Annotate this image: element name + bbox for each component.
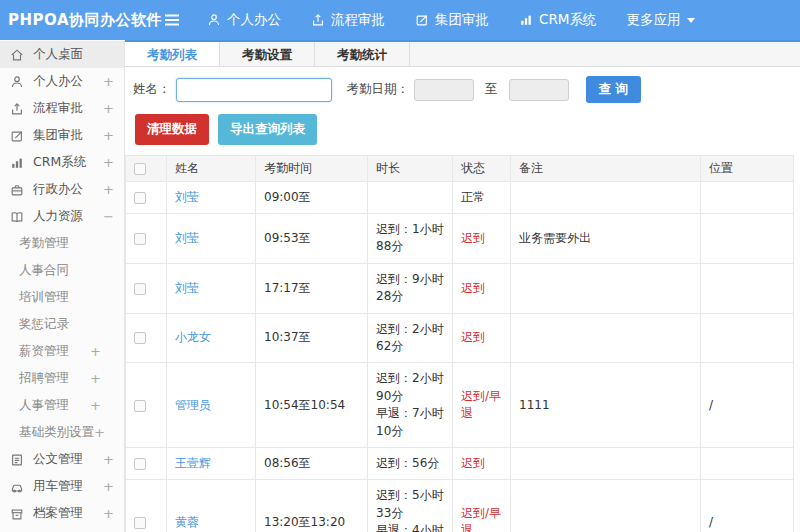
nav-item-label: 个人办公 (227, 11, 281, 29)
nav-item-personal-office[interactable]: 个人办公 (207, 11, 281, 29)
sidebar-item-personnel-contract[interactable]: 人事合同 (0, 257, 124, 284)
column-header-0: 姓名 (167, 156, 256, 182)
sidebar-item-human-resources[interactable]: 人力资源− (0, 203, 124, 230)
employee-name-link[interactable]: 黄蓉 (175, 515, 199, 529)
expand-plus-icon[interactable]: + (103, 507, 114, 520)
expand-plus-icon[interactable]: + (94, 426, 105, 439)
column-header-1: 考勤时间 (256, 156, 368, 182)
chart-icon (519, 13, 533, 27)
menu-toggle-icon[interactable] (163, 13, 181, 27)
sidebar-item-salary-management[interactable]: 薪资管理+ (0, 338, 124, 365)
sidebar-item-document-management[interactable]: 公文管理+ (0, 446, 124, 473)
status-text: 迟到/早退 (461, 389, 501, 420)
sidebar-item-basic-category-settings[interactable]: 基础类别设置+ (0, 419, 124, 446)
table-row: 小龙女10:37至迟到：2小时62分迟到 (126, 313, 794, 363)
sidebar-item-training-management[interactable]: 培训管理 (0, 284, 124, 311)
sidebar-item-attendance-management[interactable]: 考勤管理 (0, 230, 124, 257)
date-label: 考勤日期： (347, 81, 410, 98)
tab-attendance-list[interactable]: 考勤列表 (125, 42, 220, 66)
sidebar-item-archive-management[interactable]: 档案管理+ (0, 500, 124, 527)
nav-item-more-apps[interactable]: 更多应用 (626, 11, 696, 29)
note-cell (511, 182, 701, 214)
sidebar-item-label: 公文管理 (33, 451, 103, 468)
expand-plus-icon[interactable]: + (90, 399, 101, 412)
employee-name-link[interactable]: 刘莹 (175, 281, 199, 295)
location-cell (701, 313, 794, 363)
table-row: 王壹辉08:56至迟到：56分迟到 (126, 447, 794, 479)
employee-name-link[interactable]: 管理员 (175, 398, 211, 412)
nav-item-crm-system[interactable]: CRM系统 (519, 11, 596, 29)
sidebar-item-admin-office[interactable]: 行政办公+ (0, 176, 124, 203)
main-layout: 个人桌面个人办公+流程审批+集团审批+CRM系统+行政办公+人力资源−考勤管理人… (0, 40, 800, 532)
name-input[interactable] (176, 78, 332, 102)
late-duration-text: 迟到：2小时90分 (376, 370, 444, 405)
sidebar-item-crm-system[interactable]: CRM系统+ (0, 149, 124, 176)
expand-plus-icon[interactable]: + (103, 480, 114, 493)
row-checkbox[interactable] (134, 458, 146, 470)
name-label: 姓名： (133, 81, 171, 98)
row-checkbox[interactable] (134, 332, 146, 344)
row-checkbox[interactable] (134, 517, 146, 529)
sidebar-item-recruitment-management[interactable]: 招聘管理+ (0, 365, 124, 392)
expand-plus-icon[interactable]: + (103, 156, 114, 169)
row-checkbox[interactable] (134, 192, 146, 204)
tab-attendance-statistics[interactable]: 考勤统计 (315, 42, 410, 66)
row-checkbox[interactable] (134, 233, 146, 245)
date-to-input[interactable] (509, 79, 569, 101)
attendance-time-cell: 10:54至10:54 (256, 363, 368, 448)
row-checkbox[interactable] (134, 400, 146, 412)
sidebar-item-group-approval[interactable]: 集团审批+ (0, 122, 124, 149)
table-header-row: 姓名考勤时间时长状态备注位置 (126, 156, 794, 182)
row-checkbox-cell (126, 214, 167, 264)
date-from-input[interactable] (414, 79, 474, 101)
expand-plus-icon[interactable]: + (90, 345, 101, 358)
note-cell (511, 313, 701, 363)
row-checkbox-cell (126, 182, 167, 214)
nav-item-group-approval[interactable]: 集团审批 (415, 11, 489, 29)
row-checkbox[interactable] (134, 283, 146, 295)
note-cell (511, 263, 701, 313)
caret-down-icon (686, 16, 696, 24)
sidebar-item-personnel-management[interactable]: 人事管理+ (0, 392, 124, 419)
sidebar-item-label: 用车管理 (33, 478, 103, 495)
employee-name-link[interactable]: 小龙女 (175, 330, 211, 344)
upload-icon (311, 13, 325, 27)
expand-plus-icon[interactable]: + (103, 129, 114, 142)
employee-name-link[interactable]: 刘莹 (175, 231, 199, 245)
sidebar-item-label: 人力资源 (33, 208, 103, 225)
expand-plus-icon[interactable]: + (103, 453, 114, 466)
expand-plus-icon[interactable]: + (103, 102, 114, 115)
sidebar-item-label: 集团审批 (33, 127, 103, 144)
attendance-time-cell: 13:20至13:20 (256, 480, 368, 532)
export-list-button[interactable]: 导出查询列表 (218, 114, 317, 145)
tab-attendance-settings[interactable]: 考勤设置 (220, 42, 315, 66)
nav-item-workflow-approval[interactable]: 流程审批 (311, 11, 385, 29)
sidebar-item-personal-desktop[interactable]: 个人桌面 (0, 41, 124, 68)
sidebar-item-label: 档案管理 (33, 505, 103, 522)
sidebar-item-project-management[interactable]: 项目管理+ (0, 527, 124, 532)
late-duration-text: 迟到：5小时33分 (376, 487, 444, 522)
search-button[interactable]: 查 询 (586, 76, 641, 103)
location-cell: / (701, 363, 794, 448)
user-icon (10, 75, 25, 89)
early-leave-duration-text: 早退：7小时10分 (376, 405, 444, 440)
sidebar-item-reward-punishment-records[interactable]: 奖惩记录 (0, 311, 124, 338)
sidebar-item-personal-office[interactable]: 个人办公+ (0, 68, 124, 95)
sidebar-item-label: 薪资管理 (19, 343, 90, 360)
employee-name-link[interactable]: 王壹辉 (175, 456, 211, 470)
duration-cell: 迟到：2小时62分 (368, 313, 453, 363)
clear-data-button[interactable]: 清理数据 (135, 114, 209, 145)
collapse-minus-icon[interactable]: − (103, 210, 114, 223)
expand-plus-icon[interactable]: + (103, 75, 114, 88)
status-text: 正常 (461, 190, 485, 204)
row-checkbox-cell (126, 363, 167, 448)
employee-name-link[interactable]: 刘莹 (175, 190, 199, 204)
expand-plus-icon[interactable]: + (103, 183, 114, 196)
attendance-time-cell: 08:56至 (256, 447, 368, 479)
sidebar-item-vehicle-management[interactable]: 用车管理+ (0, 473, 124, 500)
status-cell: 迟到 (453, 263, 511, 313)
sidebar-item-workflow-approval[interactable]: 流程审批+ (0, 95, 124, 122)
expand-plus-icon[interactable]: + (90, 372, 101, 385)
select-all-checkbox[interactable] (134, 163, 146, 175)
column-header-5: 位置 (701, 156, 794, 182)
